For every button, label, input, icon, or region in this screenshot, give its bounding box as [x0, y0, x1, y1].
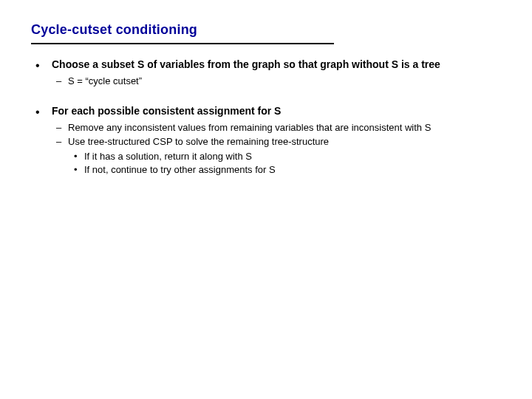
title-underline	[31, 43, 334, 44]
sub-item: Use tree-structured CSP to solve the rem…	[52, 135, 504, 177]
bullet-item: For each possible consistent assignment …	[31, 104, 504, 177]
bullet-item: Choose a subset S of variables from the …	[31, 58, 504, 87]
bullet-text: For each possible consistent assignment …	[52, 105, 281, 117]
sub-text: S = “cycle cutset”	[68, 75, 142, 86]
slide: Cycle-cutset conditioning Choose a subse…	[0, 0, 532, 208]
sub-text: Remove any inconsistent values from rema…	[68, 122, 431, 133]
subsub-text: If not, continue to try other assignment…	[84, 164, 276, 175]
slide-title: Cycle-cutset conditioning	[31, 21, 504, 38]
subsub-item: If it has a solution, return it along wi…	[68, 150, 504, 163]
sub-item: Remove any inconsistent values from rema…	[52, 121, 504, 134]
sub-list: S = “cycle cutset”	[52, 75, 504, 88]
subsub-item: If not, continue to try other assignment…	[68, 163, 504, 177]
subsub-list: If it has a solution, return it along wi…	[68, 150, 504, 177]
sub-text: Use tree-structured CSP to solve the rem…	[68, 136, 329, 147]
bullet-text: Choose a subset S of variables from the …	[52, 58, 440, 70]
sub-item: S = “cycle cutset”	[52, 75, 504, 88]
subsub-text: If it has a solution, return it along wi…	[84, 151, 252, 162]
bullet-list: Choose a subset S of variables from the …	[31, 58, 504, 177]
sub-list: Remove any inconsistent values from rema…	[52, 121, 504, 177]
